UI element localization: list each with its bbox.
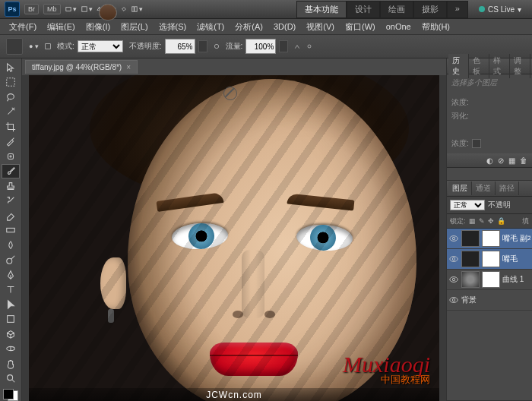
- layer-row-1[interactable]: 嘴毛 副本: [447, 229, 532, 249]
- crop-tool[interactable]: [2, 119, 20, 134]
- stamp-tool[interactable]: [2, 178, 20, 194]
- workspace-tabs: 基本功能 设计 绘画 摄影 »: [296, 1, 468, 18]
- lock-brush-icon[interactable]: ✎: [479, 217, 485, 225]
- hand-tool[interactable]: [2, 356, 20, 371]
- svg-point-11: [7, 259, 12, 264]
- svg-rect-2: [131, 7, 133, 11]
- 3d-tool[interactable]: [2, 327, 20, 342]
- menu-onone[interactable]: onOne: [382, 21, 416, 33]
- layer-name: 嘴毛: [502, 254, 530, 264]
- blur-tool[interactable]: [2, 238, 20, 253]
- svg-point-5: [214, 44, 218, 48]
- brush-panel-button[interactable]: [45, 43, 51, 49]
- marquee-tool[interactable]: [2, 75, 20, 90]
- gradient-tool[interactable]: [2, 223, 20, 238]
- cslive-button[interactable]: CS Live ▾: [473, 5, 527, 14]
- brush-tool[interactable]: [2, 164, 20, 179]
- menu-edit[interactable]: 编辑(E): [43, 20, 80, 34]
- arrange-docs-dropdown[interactable]: ▾: [131, 5, 143, 13]
- menu-bar: 文件(F) 编辑(E) 图像(I) 图层(L) 选择(S) 滤镜(T) 分析(A…: [0, 19, 532, 35]
- menu-select[interactable]: 选择(S): [154, 20, 192, 34]
- canvas[interactable]: Muxiaoqi 中国教程网 JCWcn.com: [22, 75, 446, 401]
- wand-tool[interactable]: [2, 105, 20, 120]
- shape-tool[interactable]: [2, 312, 20, 327]
- layer-opacity-label: 不透明: [488, 200, 511, 210]
- panel-trash-icon[interactable]: 🗑: [520, 156, 527, 165]
- opacity-arrow[interactable]: [198, 40, 207, 52]
- visibility-icon[interactable]: [448, 295, 459, 305]
- menu-window[interactable]: 窗口(W): [340, 20, 380, 34]
- menu-help[interactable]: 帮助(H): [417, 20, 454, 34]
- lock-move-icon[interactable]: ✥: [488, 217, 494, 225]
- brush-preset-dropdown[interactable]: ● ▾: [29, 43, 39, 50]
- bridge-button[interactable]: Br: [24, 4, 39, 14]
- eyedropper-tool[interactable]: [2, 134, 20, 150]
- document-tab[interactable]: tiffany.jpg @ 44%(RGB/8*) ×: [25, 60, 138, 74]
- menu-filter[interactable]: 滤镜(T): [192, 20, 229, 34]
- app-logo: Ps: [5, 2, 20, 17]
- view-extras-dropdown[interactable]: ▾: [65, 5, 77, 13]
- svg-rect-3: [135, 7, 137, 11]
- workspace-basic[interactable]: 基本功能: [296, 1, 347, 18]
- opacity-input[interactable]: [165, 39, 195, 54]
- heal-tool[interactable]: [2, 149, 20, 164]
- history-brush-tool[interactable]: [2, 194, 20, 209]
- flow-input[interactable]: [245, 39, 276, 54]
- menu-file[interactable]: 文件(F): [5, 20, 41, 34]
- visibility-icon[interactable]: [448, 233, 459, 244]
- mask-thumb: [482, 271, 500, 288]
- panel-icon-3[interactable]: ▦: [508, 156, 515, 165]
- no-drop-cursor-icon: [223, 87, 237, 100]
- layer-blend-select[interactable]: 正常: [450, 200, 485, 210]
- minibridge-button[interactable]: Mb: [43, 4, 61, 14]
- zoom-tool[interactable]: [2, 371, 20, 387]
- svg-rect-4: [46, 44, 51, 49]
- move-tool[interactable]: [2, 60, 20, 75]
- visibility-icon[interactable]: [448, 274, 459, 285]
- svg-rect-7: [7, 78, 15, 87]
- pressure-opacity-button[interactable]: [214, 43, 220, 49]
- channels-tab[interactable]: 通道: [472, 182, 496, 195]
- airbrush-button[interactable]: [294, 43, 300, 49]
- menu-image[interactable]: 图像(I): [81, 20, 115, 34]
- opacity-label: 不透明度:: [129, 41, 162, 52]
- hand-tool-button[interactable]: [121, 6, 127, 12]
- workspace-design[interactable]: 设计: [347, 1, 380, 18]
- layer-row-3[interactable]: 曲线 1: [447, 270, 532, 290]
- svg-point-16: [452, 237, 454, 239]
- menu-layer[interactable]: 图层(L): [116, 20, 152, 34]
- color-swatches[interactable]: [3, 389, 18, 401]
- lock-all-icon[interactable]: 🔒: [497, 217, 505, 225]
- 3d-camera-tool[interactable]: [2, 342, 20, 357]
- svg-rect-1: [81, 7, 86, 11]
- menu-3d[interactable]: 3D(D): [269, 21, 300, 33]
- workspace-paint[interactable]: 绘画: [380, 1, 413, 18]
- svg-point-17: [450, 257, 458, 262]
- layer-row-2[interactable]: 嘴毛: [447, 249, 532, 270]
- visibility-icon[interactable]: [448, 254, 459, 264]
- pen-tool[interactable]: [2, 267, 20, 283]
- panel-icon-1[interactable]: ◐: [486, 156, 493, 165]
- dodge-tool[interactable]: [2, 253, 20, 268]
- panel-icon-2[interactable]: ⊘: [498, 156, 504, 165]
- lasso-tool[interactable]: [2, 90, 20, 105]
- eraser-tool[interactable]: [2, 208, 20, 223]
- menu-analysis[interactable]: 分析(A): [230, 20, 268, 34]
- pressure-size-button[interactable]: [306, 43, 312, 49]
- layer-thumb: [99, 4, 117, 21]
- menu-view[interactable]: 视图(V): [302, 20, 339, 34]
- blend-mode-select[interactable]: 正常: [78, 40, 123, 52]
- type-tool[interactable]: [2, 283, 20, 298]
- lock-pixels-icon[interactable]: ▦: [469, 217, 476, 225]
- layer-row-4[interactable]: 背景: [447, 290, 532, 311]
- workspace-more[interactable]: »: [447, 1, 468, 18]
- path-select-tool[interactable]: [2, 297, 20, 312]
- current-tool-icon[interactable]: [6, 38, 23, 55]
- workspace-photo[interactable]: 摄影: [413, 1, 447, 18]
- layers-tab[interactable]: 图层: [448, 182, 472, 195]
- document-tabs: tiffany.jpg @ 44%(RGB/8*) ×: [22, 58, 446, 75]
- paths-tab[interactable]: 路径: [496, 182, 519, 195]
- screen-mode-dropdown[interactable]: ▾: [81, 5, 93, 13]
- flow-arrow[interactable]: [279, 40, 288, 52]
- close-tab-icon[interactable]: ×: [126, 63, 131, 71]
